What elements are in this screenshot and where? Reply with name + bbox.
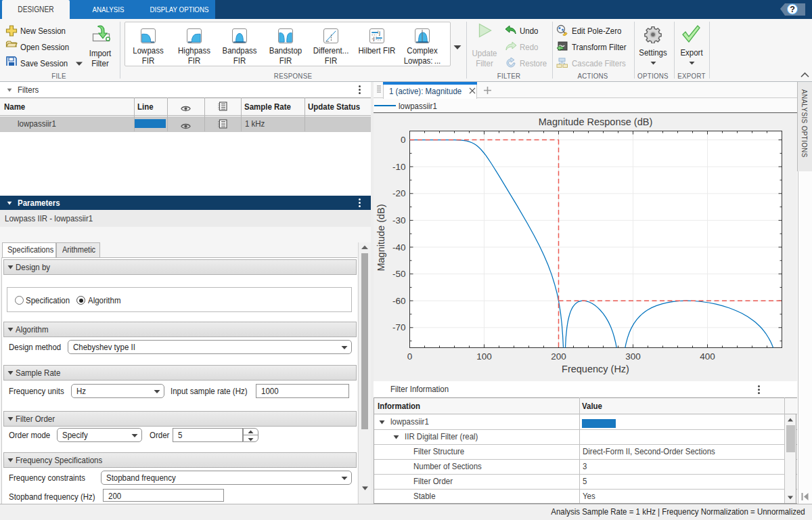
svg-text:-20: -20: [392, 188, 406, 198]
svg-text:?: ?: [790, 5, 795, 14]
svg-text:-10: -10: [392, 162, 406, 172]
svg-text:-60: -60: [392, 296, 406, 306]
svg-text:Magnitude Response (dB): Magnitude Response (dB): [539, 116, 652, 127]
svg-text:-30: -30: [392, 215, 406, 225]
svg-text:-40: -40: [392, 242, 406, 253]
svg-text:-j: -j: [371, 35, 375, 41]
svg-text:-50: -50: [392, 269, 406, 279]
svg-text:100: 100: [476, 351, 492, 362]
svg-text:0: 0: [407, 351, 413, 362]
svg-text:400: 400: [700, 351, 715, 362]
svg-text:Frequency (Hz): Frequency (Hz): [562, 364, 629, 374]
svg-text:j: j: [378, 30, 380, 36]
svg-text:300: 300: [625, 351, 641, 362]
svg-text:Magnitude (dB): Magnitude (dB): [376, 204, 386, 271]
svg-text:-70: -70: [392, 322, 406, 332]
svg-text:0: 0: [401, 135, 406, 145]
svg-text:200: 200: [551, 351, 566, 362]
